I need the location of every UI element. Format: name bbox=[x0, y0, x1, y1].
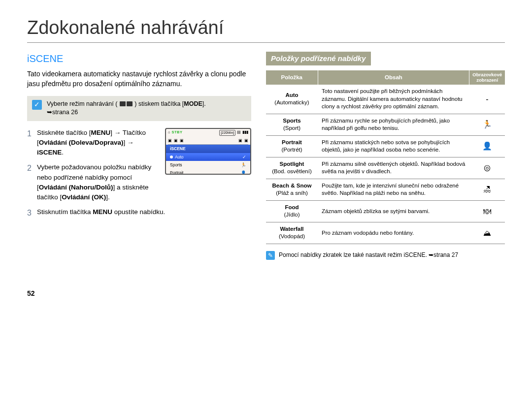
step-2: 2 Vyberte požadovanou položku nabídky ne… bbox=[27, 162, 160, 202]
note-box: ✓ Vyberte režim nahrávání ( ) stiskem tl… bbox=[27, 96, 251, 121]
iscene-table: Položka Obsah Obrazovkové zobrazení Auto… bbox=[266, 70, 505, 244]
title-divider bbox=[27, 42, 505, 43]
note-icon: ✎ bbox=[266, 251, 275, 260]
lcd-item-portrait: Portrait👤 bbox=[166, 169, 250, 174]
intro-text: Tato videokamera automaticky nastavuje r… bbox=[27, 69, 251, 89]
table-row: Portrait(Portrét)Při záznamu statických … bbox=[266, 135, 505, 157]
table-row: Waterfall(Vodopád)Pro záznam vodopádu ne… bbox=[266, 222, 505, 244]
step-1: 1 Stiskněte tlačítko [MENU] → Tlačítko [… bbox=[27, 128, 160, 158]
table-row: Spotlight(Bod. osvětlení)Při záznamu sil… bbox=[266, 157, 505, 179]
step-3: 3 Stisknutím tlačítka MENU opustíte nabí… bbox=[27, 207, 251, 219]
lcd-menu-head: iSCENE bbox=[166, 145, 250, 153]
th-content: Obsah bbox=[318, 70, 469, 85]
table-row: Auto(Automaticky)Toto nastavení použijte… bbox=[266, 85, 505, 114]
tail-note: ✎ Pomocí nabídky zkratek lze také nastav… bbox=[266, 251, 505, 260]
th-item: Položka bbox=[266, 70, 318, 85]
page-number: 52 bbox=[27, 289, 505, 297]
battery-icon: ▮▮▮ bbox=[242, 130, 248, 135]
table-row: Beach & Snow(Pláž a sníh)Použijte tam, k… bbox=[266, 179, 505, 200]
th-display: Obrazovkové zobrazení bbox=[469, 70, 505, 85]
table-row: Sports(Sport)Při záznamu rychle se pohyb… bbox=[266, 114, 505, 135]
page-title: Zdokonalené nahrávání bbox=[27, 17, 505, 38]
lcd-item-auto: Auto✓ bbox=[166, 153, 250, 161]
card-icon: ▤ bbox=[237, 130, 241, 135]
lcd-toolbar: ▣▣▣▣▣ bbox=[166, 137, 250, 145]
video-mode-icon bbox=[120, 101, 126, 106]
lcd-remaining: [220Min] bbox=[219, 130, 235, 136]
lcd-item-sports: Sports🏃 bbox=[166, 161, 250, 169]
photo-mode-icon bbox=[127, 101, 133, 106]
submenu-heading: Položky podřízené nabídky bbox=[266, 52, 371, 65]
section-heading: iSCENE bbox=[27, 52, 251, 66]
lcd-stby: STBY bbox=[172, 130, 183, 135]
table-row: Food(Jídlo)Záznam objektů zblízka se syt… bbox=[266, 200, 505, 222]
check-icon: ✓ bbox=[32, 100, 42, 110]
home-icon: ⌂ bbox=[168, 130, 170, 135]
note-text: Vyberte režim nahrávání ( ) stiskem tlač… bbox=[47, 100, 206, 117]
camera-lcd-figure: ⌂STBY [220Min]▤▮▮▮ ▣▣▣▣▣ iSCENE Auto✓ Sp… bbox=[165, 128, 251, 175]
